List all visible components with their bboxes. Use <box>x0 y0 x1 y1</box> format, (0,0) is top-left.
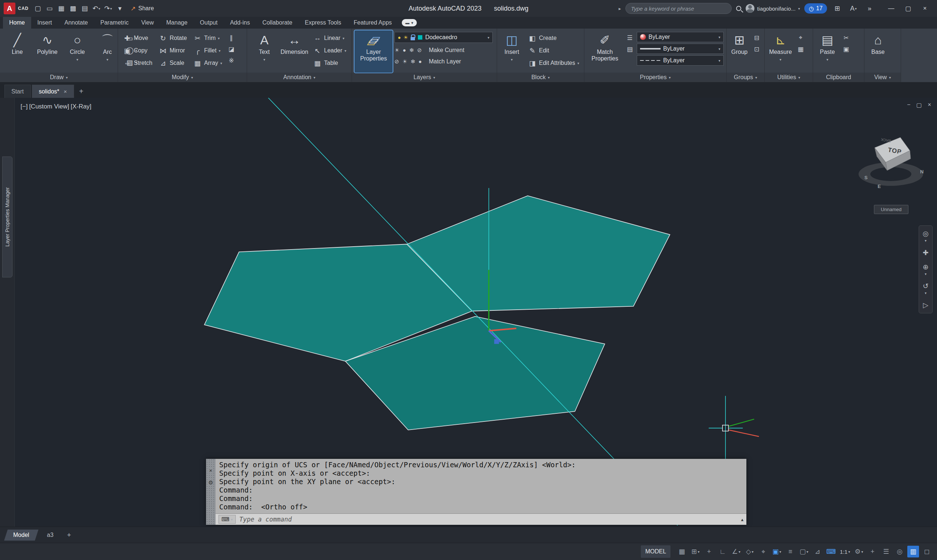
mirror-button[interactable]: ⋈Mirror <box>157 45 189 57</box>
ortho-mode-icon[interactable]: ∟ <box>717 546 728 557</box>
workspace-switching-icon[interactable]: ⚙ ▾ <box>853 546 865 557</box>
command-options-button[interactable]: ⌨ ▾ <box>218 515 236 524</box>
command-history-toggle-icon[interactable]: ▴ <box>741 517 743 522</box>
drawing-area[interactable]: Layer Properties Manager [−][Custom View… <box>0 98 937 527</box>
ribbon-tab[interactable]: View <box>135 17 160 29</box>
id-point-icon[interactable]: ⌖ <box>795 32 806 43</box>
isolate-objects-icon[interactable]: ◎ <box>894 546 905 557</box>
trim-button[interactable]: ✂Trim▾ <box>191 32 225 45</box>
search-icon[interactable] <box>736 6 741 11</box>
command-window[interactable]: × ⚙ Specify origin of UCS or [Face/NAmed… <box>206 459 746 525</box>
line-button[interactable]: ╱ Line <box>3 31 32 72</box>
text-button[interactable]: A Text ▾ <box>250 31 279 72</box>
linetype-dropdown[interactable]: ByLayer ▾ <box>637 55 724 66</box>
layers-panel-label[interactable]: Layers▾ <box>352 72 497 82</box>
fillet-button[interactable]: ╭Fillet▾ <box>191 45 225 57</box>
block-panel-label[interactable]: Block▾ <box>497 72 584 82</box>
move-button[interactable]: ✚Move <box>121 32 155 45</box>
new-layout-button[interactable]: + <box>63 529 74 541</box>
new-drawing-button[interactable]: + <box>75 85 88 98</box>
grid-display-icon[interactable]: ▦ <box>676 546 688 557</box>
graphics-performance-icon[interactable]: ▥ <box>907 546 919 557</box>
vp-minimize-control[interactable]: [−] <box>20 103 28 110</box>
osnap-tracking-icon[interactable]: ⌖ <box>757 546 769 557</box>
groups-panel-label[interactable]: Groups▾ <box>726 72 764 82</box>
make-current-button[interactable]: ☀●❄⊘ Make Current <box>394 45 493 56</box>
offset-icon[interactable]: ∥ <box>226 32 237 43</box>
linear-button[interactable]: ↔Linear▾ <box>311 32 349 45</box>
layout-tab-a3[interactable]: a3 <box>38 529 63 541</box>
infer-constraints-icon[interactable]: + <box>703 546 715 557</box>
ribbon-tab[interactable]: Featured Apps <box>348 17 398 29</box>
arc-button[interactable]: ⌒ Arc ▾ <box>93 31 122 72</box>
match-properties-button[interactable]: ✐ Match Properties <box>587 31 623 72</box>
viewcube[interactable]: S E N TOP BACK <box>855 133 928 201</box>
search-expand-icon[interactable]: ▸ <box>619 6 622 11</box>
dynamic-ucs-icon[interactable]: ⊿ <box>812 546 823 557</box>
quick-calc-icon[interactable]: ▦ <box>795 44 806 54</box>
lineweight-dropdown[interactable]: ByLayer ▾ <box>637 44 724 54</box>
orbit-icon[interactable]: ↺ ▾ <box>923 282 929 295</box>
full-navigation-wheel-icon[interactable]: ◎ ▾ <box>923 229 929 243</box>
showmotion-icon[interactable]: ▷ <box>923 301 929 309</box>
ribbon-tab[interactable]: Insert <box>31 17 58 29</box>
layer-properties-button[interactable]: ▱ Layer Properties <box>354 31 392 72</box>
minimize-button[interactable]: — <box>883 0 900 17</box>
properties-table-icon[interactable]: ▤ <box>625 44 635 54</box>
ribbon-tab[interactable]: Collaborate <box>256 17 299 29</box>
qat-customize-icon[interactable]: ▾ <box>114 2 126 15</box>
dimension-button[interactable]: ↔ Dimension <box>280 31 309 72</box>
pan-icon[interactable]: ✚ <box>923 248 929 257</box>
share-button[interactable]: ↗ Share <box>131 5 154 12</box>
rotate-button[interactable]: ↻Rotate <box>157 32 189 45</box>
toolbar-overflow-icon[interactable]: » <box>864 2 875 15</box>
properties-panel-label[interactable]: Properties▾ <box>584 72 726 82</box>
cart-icon[interactable]: ⊞ <box>831 2 843 15</box>
save-icon[interactable]: ▦ <box>55 2 67 15</box>
utilities-panel-label[interactable]: Utilities▾ <box>765 72 813 82</box>
zoom-icon[interactable]: ⊕ ▾ <box>923 263 929 276</box>
search-input[interactable]: Type a keyword or phrase <box>625 3 732 14</box>
annotation-monitor-icon[interactable]: + <box>866 546 879 557</box>
layer-dropdown[interactable]: ● ☀ Dodecaedro ▾ <box>394 32 493 43</box>
selection-cycling-icon[interactable]: ▢ ▾ <box>798 546 810 557</box>
table-button[interactable]: ▦Table <box>311 57 349 69</box>
trial-counter-button[interactable]: ◷ 17 <box>804 3 827 14</box>
copy-button[interactable]: ▣Copy <box>121 45 155 57</box>
circle-button[interactable]: ○ Circle ▾ <box>63 31 92 72</box>
command-input[interactable]: ⌨ ▾ Type a command ▴ <box>215 514 746 525</box>
model-space-toggle[interactable]: MODEL <box>641 545 671 558</box>
redo-icon[interactable]: ↷▾ <box>102 2 114 15</box>
close-tab-icon[interactable]: × <box>64 88 67 95</box>
annotation-panel-label[interactable]: Annotation▾ <box>247 72 352 82</box>
layer-properties-manager-tab[interactable]: Layer Properties Manager <box>2 157 12 277</box>
ribbon-tab[interactable]: Add-ins <box>224 17 256 29</box>
quick-properties-icon[interactable]: ☰ <box>880 546 892 557</box>
model-tab[interactable]: Model <box>4 529 38 541</box>
group-edit-icon[interactable]: ⊡ <box>751 44 762 54</box>
object-snap-icon[interactable]: ▣ ▾ <box>771 546 783 557</box>
array-button[interactable]: ▦Array▾ <box>191 57 225 69</box>
new-file-icon[interactable]: ▢ <box>32 2 44 15</box>
close-icon[interactable]: × <box>209 468 212 473</box>
undo-icon[interactable]: ↶▾ <box>91 2 102 15</box>
cut-icon[interactable]: ✂ <box>841 32 851 43</box>
snap-mode-icon[interactable]: ⊞ ▾ <box>689 546 701 557</box>
dynamic-input-icon[interactable]: ⌨ <box>825 546 837 557</box>
copy-clip-icon[interactable]: ▣ <box>841 44 851 54</box>
view-panel-label[interactable]: View▾ <box>865 72 901 82</box>
assistant-button[interactable]: A▾ <box>848 2 859 15</box>
scale-button[interactable]: ⊿Scale <box>157 57 189 69</box>
ribbon-tab[interactable]: Output <box>194 17 224 29</box>
open-folder-icon[interactable]: ▭ <box>44 2 55 15</box>
plot-icon[interactable]: ▤ <box>79 2 91 15</box>
polyline-button[interactable]: ∿ Polyline <box>32 31 62 72</box>
vp-close-icon[interactable]: × <box>928 102 931 108</box>
ribbon-tab[interactable]: Express Tools <box>298 17 347 29</box>
explode-icon[interactable]: ※ <box>226 55 237 66</box>
create-block-button[interactable]: ◧Create <box>526 32 582 45</box>
ungroup-icon[interactable]: ⊟ <box>751 32 762 43</box>
wrench-icon[interactable]: ⚙ <box>208 480 213 485</box>
match-layer-button[interactable]: ⊘☀❄● Match Layer <box>394 56 493 67</box>
base-button[interactable]: ⌂ Base <box>867 31 889 72</box>
